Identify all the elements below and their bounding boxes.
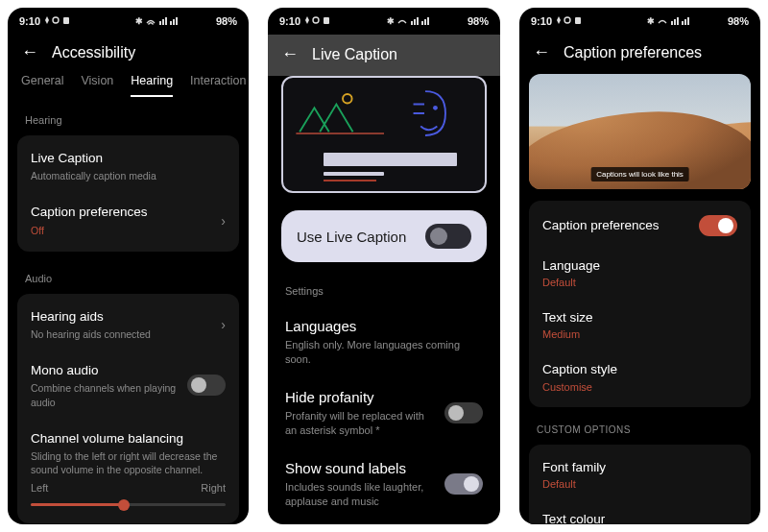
status-time: 9:10 — [19, 15, 40, 27]
row-languages[interactable]: Languages English only. More languages c… — [272, 306, 496, 377]
use-live-caption-toggle[interactable] — [425, 224, 471, 249]
caption-prefs-value: Off — [31, 224, 211, 237]
svg-rect-3 — [159, 21, 161, 25]
screen-caption-preferences: 9:10 ✱ 98% ← Caption preferences — [519, 8, 760, 524]
status-icons: ✱ — [135, 15, 212, 27]
text-size-label: Text size — [542, 309, 737, 326]
svg-rect-6 — [170, 21, 172, 25]
svg-rect-24 — [575, 17, 581, 24]
languages-sub: English only. More languages coming soon… — [285, 338, 483, 367]
caption-prefs-label: Caption preferences — [31, 204, 211, 221]
svg-rect-29 — [682, 21, 684, 25]
hide-profanity-label: Hide profanity — [285, 388, 435, 407]
svg-point-9 — [313, 17, 319, 23]
mono-audio-toggle[interactable] — [187, 375, 226, 396]
tab-interaction[interactable]: Interaction — [190, 74, 246, 97]
back-icon[interactable]: ← — [21, 42, 38, 62]
svg-rect-31 — [687, 17, 689, 25]
card-audio: Hearing aids No hearing aids connected ›… — [17, 294, 239, 524]
row-sound-labels[interactable]: Show sound labels Includes sounds like l… — [272, 448, 496, 520]
back-icon[interactable]: ← — [281, 44, 299, 64]
card-hearing: Live Caption Automatically caption media… — [17, 135, 239, 252]
svg-rect-13 — [414, 19, 416, 25]
svg-point-0 — [53, 17, 59, 23]
caption-prefs-toggle[interactable] — [699, 215, 737, 236]
header: ← Caption preferences — [519, 35, 760, 68]
cvb-slider[interactable] — [31, 503, 226, 506]
section-settings: Settings — [268, 268, 500, 302]
row-language[interactable]: Language Default — [529, 247, 751, 299]
svg-point-23 — [564, 17, 570, 23]
status-time: 9:10 — [279, 15, 300, 27]
sound-labels-toggle[interactable] — [444, 473, 483, 495]
screen-live-caption: 9:10 ✱ 98% ← Live Caption — [268, 8, 500, 524]
svg-rect-10 — [324, 17, 329, 24]
tab-vision[interactable]: Vision — [81, 74, 113, 97]
sound-labels-sub: Includes sounds like laughter, applause … — [285, 480, 435, 509]
caption-preview-image: Captions will look like this — [529, 74, 751, 189]
text-colour-label: Text colour — [542, 511, 737, 524]
row-lc-volume[interactable]: Live Caption in volume control — [272, 520, 496, 524]
language-value: Default — [542, 277, 737, 288]
card-caption-main: Caption preferences Language Default Tex… — [529, 201, 751, 407]
status-battery: 98% — [468, 15, 489, 27]
notification-icons — [44, 15, 77, 27]
cvb-label: Channel volume balancing — [31, 430, 226, 447]
row-font-family[interactable]: Font family Default — [529, 448, 751, 500]
svg-rect-1 — [63, 17, 69, 24]
row-hearing-aids[interactable]: Hearing aids No hearing aids connected › — [17, 298, 239, 351]
row-hide-profanity[interactable]: Hide profanity Profanity will be replace… — [272, 377, 496, 448]
svg-rect-27 — [674, 19, 676, 25]
section-hearing: Hearing — [8, 97, 249, 132]
status-bar: 9:10 ✱ 98% — [8, 8, 249, 35]
caption-preview — [268, 76, 500, 193]
use-live-caption-label: Use Live Caption — [297, 229, 406, 245]
preview-illustration-icon — [283, 78, 485, 191]
svg-rect-28 — [677, 17, 679, 25]
row-cvb: Channel volume balancing Sliding to the … — [17, 420, 239, 477]
svg-rect-14 — [417, 17, 419, 25]
back-icon[interactable]: ← — [533, 42, 550, 62]
row-caption-prefs-master[interactable]: Caption preferences — [529, 205, 751, 247]
svg-rect-4 — [162, 19, 164, 25]
card-custom-options: Font family Default Text colour White Te… — [529, 445, 751, 524]
svg-text:✱: ✱ — [387, 16, 395, 26]
tab-general[interactable]: General — [21, 74, 63, 97]
status-time: 9:10 — [531, 15, 552, 27]
status-battery: 98% — [728, 15, 749, 27]
notification-icons — [556, 15, 588, 27]
header: ← Accessibility — [8, 35, 249, 72]
row-caption-style[interactable]: Caption style Customise — [529, 351, 751, 402]
live-caption-sub: Automatically caption media — [31, 169, 226, 182]
row-text-size[interactable]: Text size Medium — [529, 299, 751, 351]
svg-rect-12 — [411, 21, 413, 25]
svg-rect-7 — [173, 19, 175, 25]
font-family-label: Font family — [542, 459, 737, 476]
header: ← Live Caption — [268, 35, 500, 76]
notification-icons — [304, 15, 337, 27]
section-custom-options: CUSTOM OPTIONS — [519, 411, 760, 441]
row-live-caption[interactable]: Live Caption Automatically caption media — [17, 139, 239, 193]
page-title: Caption preferences — [564, 44, 702, 61]
caption-prefs-master-label: Caption preferences — [542, 217, 689, 234]
row-mono-audio[interactable]: Mono audio Combine channels when playing… — [17, 351, 239, 420]
caption-style-label: Caption style — [542, 361, 737, 378]
svg-rect-30 — [684, 19, 686, 25]
use-live-caption-card[interactable]: Use Live Caption — [281, 210, 487, 262]
row-text-colour[interactable]: Text colour White — [529, 500, 751, 524]
languages-label: Languages — [285, 317, 483, 336]
tab-hearing[interactable]: Hearing — [131, 74, 173, 97]
row-caption-preferences[interactable]: Caption preferences Off › — [17, 193, 239, 247]
svg-rect-17 — [427, 17, 429, 25]
svg-rect-8 — [176, 17, 178, 25]
hide-profanity-toggle[interactable] — [444, 402, 483, 423]
cvb-sub: Sliding to the left or right will decrea… — [31, 449, 223, 476]
chevron-right-icon: › — [221, 317, 226, 332]
mono-audio-label: Mono audio — [31, 362, 178, 379]
slider-labels: Left Right — [17, 476, 239, 494]
svg-text:✱: ✱ — [135, 16, 143, 26]
status-icons: ✱ — [647, 15, 724, 27]
hide-profanity-sub: Profanity will be replaced with an aster… — [285, 409, 435, 438]
screen-accessibility: 9:10 ✱ 98% — [8, 8, 249, 524]
language-label: Language — [542, 257, 737, 275]
